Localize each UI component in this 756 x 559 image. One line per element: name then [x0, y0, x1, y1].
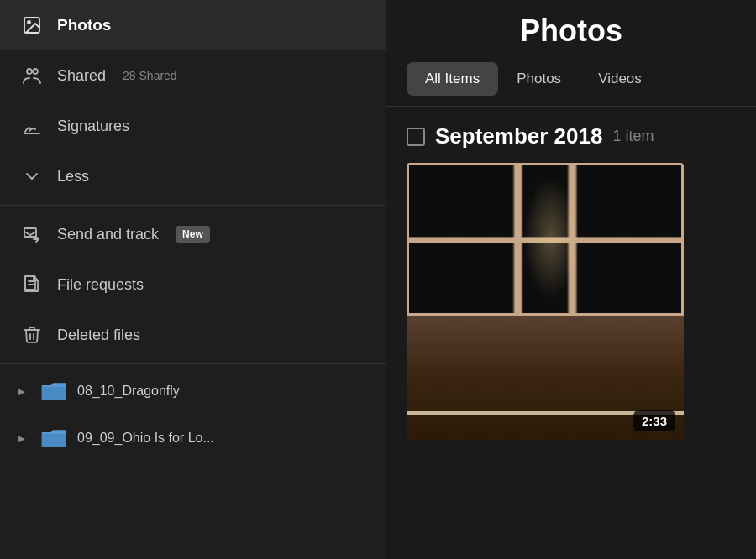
sidebar-item-label: Deleted files [57, 327, 140, 344]
sidebar-item-shared[interactable]: Shared 28 Shared [0, 50, 386, 101]
shared-icon [20, 64, 44, 87]
folder-name-1: 08_10_Dragonfly [77, 384, 180, 399]
section-checkbox[interactable] [407, 128, 425, 146]
video-duration: 2:33 [633, 410, 675, 431]
sidebar-item-label: Shared [57, 67, 106, 85]
folder-chevron-2: ► [13, 430, 30, 447]
deleted-files-icon [20, 323, 44, 347]
section-count: 1 item [612, 128, 654, 145]
signatures-icon [20, 114, 44, 138]
sidebar-divider-2 [0, 363, 386, 364]
folder-name-2: 09_09_Ohio Is for Lo... [77, 431, 214, 446]
main-content: Photos All Items Photos Videos September… [386, 0, 756, 559]
media-grid: 2:33 [407, 163, 736, 440]
send-track-icon [20, 222, 44, 246]
svg-line-7 [30, 232, 36, 235]
svg-point-3 [33, 69, 38, 74]
sidebar-item-file-requests[interactable]: File requests [0, 259, 386, 310]
tabs-row: All Items Photos Videos [407, 52, 736, 96]
sidebar-item-label: File requests [57, 276, 144, 294]
sidebar-item-less[interactable]: Less [0, 151, 386, 201]
sidebar-item-send-track[interactable]: Send and track New [0, 209, 386, 259]
svg-point-2 [27, 69, 32, 74]
svg-point-1 [28, 21, 30, 24]
sidebar-item-label: Photos [57, 16, 111, 34]
sidebar-item-signatures[interactable]: Signatures [0, 101, 386, 151]
sidebar-item-label: Less [57, 168, 89, 185]
chevron-down-icon [20, 165, 44, 188]
section-header-sep2018: September 2018 1 item [407, 123, 736, 149]
photo-icon [20, 13, 44, 37]
main-body: September 2018 1 item 2:33 [386, 107, 756, 559]
tab-photos[interactable]: Photos [498, 62, 580, 96]
tab-all-items[interactable]: All Items [407, 62, 498, 96]
tab-videos[interactable]: Videos [580, 62, 660, 96]
folder-item-2[interactable]: ► 09_09_Ohio Is for Lo... [0, 415, 386, 462]
sidebar: Photos Shared 28 Shared Signatures [0, 0, 386, 559]
photo-simulation [407, 163, 684, 440]
sidebar-item-deleted-files[interactable]: Deleted files [0, 310, 386, 360]
main-header: Photos All Items Photos Videos [386, 0, 756, 107]
new-badge: New [176, 226, 210, 243]
main-title: Photos [407, 13, 736, 49]
file-requests-icon [20, 273, 44, 296]
sidebar-item-label: Send and track [57, 226, 159, 243]
svg-line-6 [24, 232, 30, 235]
shared-count: 28 Shared [123, 69, 177, 82]
folder-icon-1 [40, 379, 67, 403]
section-title: September 2018 [435, 123, 602, 149]
folder-chevron-1: ► [13, 383, 30, 400]
media-thumb-1[interactable]: 2:33 [407, 163, 684, 440]
folder-icon-2 [40, 426, 67, 450]
folder-item-1[interactable]: ► 08_10_Dragonfly [0, 368, 386, 415]
sidebar-item-photos[interactable]: Photos [0, 0, 386, 50]
sidebar-divider [0, 205, 386, 206]
sidebar-item-label: Signatures [57, 118, 129, 135]
